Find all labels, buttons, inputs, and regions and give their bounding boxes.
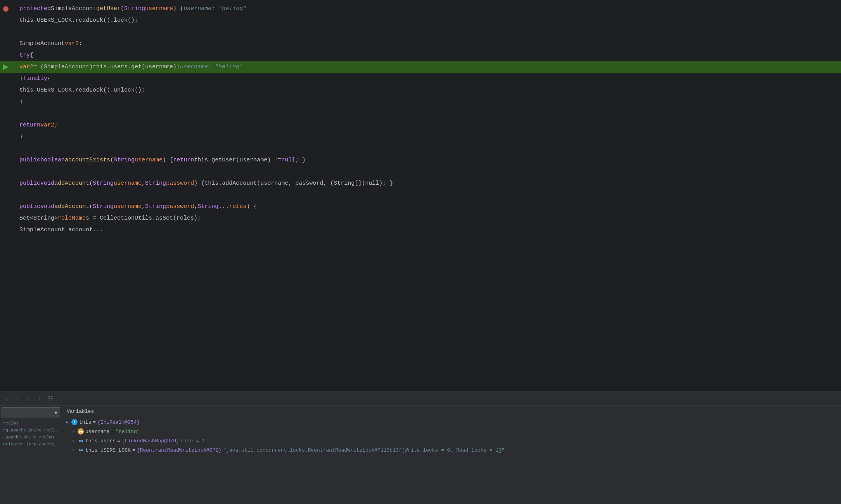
variable-row[interactable]: ▶this.users = {LinkedHashMap@970} size =…: [62, 436, 841, 445]
code-token: }: [19, 96, 23, 108]
debug-arrow-icon: [3, 64, 9, 70]
code-token: }: [19, 131, 23, 143]
code-token: ) {: [246, 201, 257, 213]
frame-dropdown[interactable]: ▼: [2, 407, 60, 418]
call-stack-item[interactable]: realm): [0, 420, 62, 427]
breakpoint-icon[interactable]: [3, 6, 9, 12]
filter-icon[interactable]: ☷: [47, 395, 54, 403]
call-stack-panel: ▼ realm)rg.apache.shiro.realm).apache.sh…: [0, 406, 62, 504]
code-token: getUser: [96, 3, 121, 15]
step-over-icon[interactable]: ↴: [14, 395, 22, 403]
line-content: [12, 26, 841, 38]
code-lines: protected SimpleAccount getUser(String u…: [0, 0, 841, 239]
code-token: = (SimpleAccount): [33, 61, 93, 73]
variable-value: {LinkedHashMap@970}: [122, 438, 179, 444]
code-token: protected: [19, 3, 51, 15]
code-token: var2: [19, 61, 33, 73]
code-line: try {: [0, 50, 841, 61]
code-token: {: [47, 73, 51, 85]
code-token: String: [93, 201, 114, 213]
expand-toggle-icon[interactable]: ▶: [71, 438, 76, 443]
code-token: .USERS_LOCK.readLock().unlock();: [33, 85, 145, 96]
variable-equals: =: [93, 419, 96, 425]
code-token: try: [19, 50, 30, 61]
line-gutter: [0, 108, 12, 120]
line-content: public boolean accountExists(String user…: [12, 154, 841, 166]
variable-extra: size = 1: [181, 438, 205, 444]
code-token: ,: [142, 178, 145, 189]
variable-equals: =: [117, 438, 120, 444]
line-gutter: [0, 143, 12, 154]
line-content: SimpleAccount account...: [12, 224, 841, 236]
expand-toggle-icon[interactable]: ▶: [65, 420, 70, 424]
line-gutter: [0, 96, 12, 108]
call-stack-item[interactable]: rg.apache.shiro.realm): [0, 427, 62, 434]
code-token: .addAccount(username, password, (String[…: [218, 178, 393, 189]
code-token: finally: [23, 73, 47, 85]
variable-row[interactable]: ▶this.USERS_LOCK = {ReentrantReadWriteLo…: [62, 445, 841, 455]
line-content: this.USERS_LOCK.readLock().unlock();: [12, 85, 841, 96]
code-token: String: [124, 3, 145, 15]
line-content: this.USERS_LOCK.readLock().lock();: [12, 15, 841, 26]
code-token: boolean: [40, 154, 65, 166]
object-type-icon: ●: [71, 419, 78, 425]
code-line: this.USERS_LOCK.readLock().unlock();: [0, 85, 841, 96]
variable-name: this.users: [85, 438, 116, 444]
code-token: ;: [79, 38, 82, 50]
code-token: (: [110, 154, 114, 166]
code-token: ) {: [173, 3, 183, 15]
line-gutter: [0, 50, 12, 61]
line-gutter: [0, 154, 12, 166]
code-token: SimpleAccount account: [19, 224, 93, 236]
line-content: return var2;: [12, 120, 841, 131]
line-gutter: [0, 120, 12, 131]
line-content: public void addAccount(String username, …: [12, 178, 841, 189]
code-token: username: [145, 3, 173, 15]
line-gutter: [0, 3, 12, 15]
variables-list: ▶●this = {IniRealm@954}▶username = "heli…: [62, 417, 841, 456]
code-line: [0, 189, 841, 201]
code-token: String: [145, 178, 166, 189]
code-token: SimpleAccount: [19, 38, 65, 50]
code-token: .users.get(username);: [107, 61, 180, 73]
line-content: SimpleAccount var2;: [12, 38, 841, 50]
line-gutter: [0, 61, 12, 73]
line-gutter: [0, 166, 12, 178]
variable-row[interactable]: ▶username = "heling": [62, 427, 841, 436]
code-token: this: [19, 15, 33, 26]
code-token: var2: [65, 38, 79, 50]
pair-type-icon: [78, 438, 84, 444]
line-content: }: [12, 96, 841, 108]
line-content: try {: [12, 50, 841, 61]
restore-icon[interactable]: ↻: [3, 395, 11, 403]
code-line: public boolean accountExists(String user…: [0, 154, 841, 166]
code-token: String: [93, 178, 114, 189]
code-token: ...: [218, 201, 229, 213]
pair-type-icon: [78, 447, 84, 453]
code-token: username: "heling": [183, 3, 246, 15]
variable-name: username: [85, 429, 109, 435]
code-line: SimpleAccount var2;: [0, 38, 841, 50]
code-token: ; }: [295, 154, 306, 166]
code-token: String: [114, 154, 135, 166]
code-token: return: [173, 154, 194, 166]
code-token: String: [145, 201, 166, 213]
line-content: [12, 108, 841, 120]
code-token: addAccount: [54, 178, 89, 189]
code-token: .USERS_LOCK.readLock().lock();: [33, 15, 138, 26]
step-out-icon[interactable]: ↑: [36, 395, 43, 403]
code-token: ...: [93, 224, 103, 236]
expand-toggle-icon[interactable]: ▶: [71, 429, 76, 434]
expand-toggle-icon[interactable]: ▶: [71, 448, 76, 452]
code-line: }: [0, 131, 841, 143]
call-stack-item[interactable]: nticator (org.apache.shira...: [0, 441, 62, 448]
call-stack-item[interactable]: .apache.shiro.realm): [0, 434, 62, 441]
line-content: public void addAccount(String username, …: [12, 201, 841, 213]
code-token: ) {: [163, 154, 173, 166]
code-token: accountExists: [65, 154, 110, 166]
step-into-icon[interactable]: ↓: [25, 395, 33, 403]
line-gutter: [0, 15, 12, 26]
line-content: } finally {: [12, 73, 841, 85]
variable-row[interactable]: ▶●this = {IniRealm@954}: [62, 417, 841, 427]
variable-value: {ReentrantReadWriteLock@972}: [137, 447, 221, 453]
